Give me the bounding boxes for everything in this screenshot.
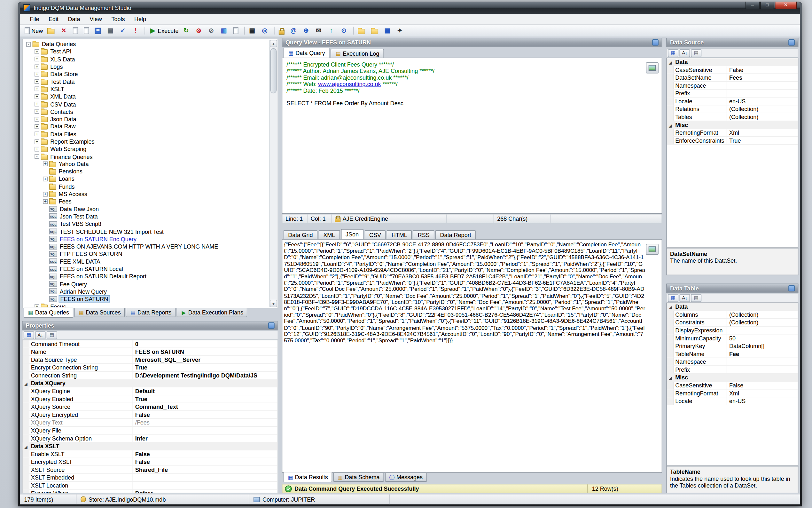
- explorer-tab[interactable]: ▦ Data Queries: [23, 308, 73, 318]
- save-button[interactable]: [93, 26, 104, 36]
- property-row[interactable]: Data XQuery: [22, 379, 278, 387]
- property-value[interactable]: /Fees: [133, 419, 278, 426]
- property-value[interactable]: Xml: [727, 129, 798, 136]
- result-format-tab[interactable]: HTML: [387, 230, 412, 239]
- tree-expander[interactable]: [43, 237, 48, 242]
- tree-item[interactable]: + Json Data: [23, 115, 269, 123]
- tree-item[interactable]: + Report Examples: [23, 138, 269, 145]
- property-row[interactable]: RemotingFormat Xml: [667, 390, 798, 398]
- export-button[interactable]: ▤: [247, 26, 258, 36]
- property-row[interactable]: CaseSensitive False: [667, 382, 798, 390]
- property-value[interactable]: [735, 58, 798, 66]
- property-value[interactable]: DataColumn[]: [727, 342, 798, 350]
- new-button[interactable]: New: [23, 26, 44, 36]
- tree-expander[interactable]: [43, 214, 48, 219]
- result-format-tab[interactable]: JSon: [341, 229, 364, 239]
- property-row[interactable]: Data: [667, 303, 798, 311]
- tree-expander[interactable]: +: [35, 117, 39, 122]
- results-tab[interactable]: ▦ Data Results: [284, 472, 332, 482]
- categorized-button[interactable]: ▦: [668, 294, 678, 302]
- scroll-thumb[interactable]: [271, 48, 277, 93]
- toolbar-separator[interactable]: [274, 27, 275, 35]
- result-format-tab[interactable]: Data Report: [435, 230, 476, 239]
- tree-expander[interactable]: +: [35, 139, 39, 144]
- preview-button[interactable]: ◎: [259, 26, 271, 36]
- property-row[interactable]: MinimumCapacity 50: [667, 334, 798, 342]
- tree-expander[interactable]: [43, 244, 48, 249]
- property-row[interactable]: XSLT Embedded: [22, 474, 278, 482]
- open-button[interactable]: [46, 26, 58, 36]
- property-value[interactable]: Shared_File: [133, 466, 278, 473]
- property-row[interactable]: Locale en-US: [667, 97, 798, 105]
- tree-expander[interactable]: +: [35, 124, 39, 129]
- web-link[interactable]: www.ajeconsulting.co.uk: [318, 81, 381, 87]
- results-tab[interactable]: ⓘ Messages: [385, 473, 427, 482]
- copy-button[interactable]: [71, 26, 81, 36]
- property-row[interactable]: Connection String D:\Development Testing…: [22, 372, 278, 380]
- property-row[interactable]: Misc: [667, 374, 798, 382]
- tree-expander[interactable]: [43, 169, 48, 174]
- property-value[interactable]: [727, 82, 798, 89]
- tree-expander[interactable]: +: [35, 147, 39, 152]
- toolbar-separator[interactable]: [144, 27, 145, 35]
- property-row[interactable]: XSLT Location: [22, 482, 278, 490]
- tree-expander[interactable]: [43, 222, 48, 226]
- folder-sync-button[interactable]: [356, 26, 368, 36]
- tree-expander[interactable]: +: [35, 72, 39, 77]
- tree-item[interactable]: + MS Access: [23, 190, 269, 198]
- property-row[interactable]: Constraints (Collection): [667, 319, 798, 327]
- property-row[interactable]: Tables (Collection): [667, 113, 798, 121]
- menu-item[interactable]: View: [85, 14, 106, 24]
- document-button[interactable]: [232, 26, 241, 36]
- property-row[interactable]: Prefix: [667, 366, 798, 374]
- property-value[interactable]: Infer: [133, 434, 278, 442]
- property-row[interactable]: XQuery Enabled True: [22, 395, 278, 404]
- explorer-tab[interactable]: ▤ Data Reports: [126, 308, 176, 318]
- property-row[interactable]: Prefix: [667, 90, 798, 97]
- property-row[interactable]: Name FEES on SATURN: [22, 348, 278, 356]
- property-value[interactable]: Before: [133, 490, 278, 493]
- tree-item[interactable]: + XLS Data: [23, 55, 269, 63]
- property-row[interactable]: Namespace: [667, 358, 798, 366]
- sql-editor[interactable]: /****** Encrypted Client Fees Query ****…: [282, 57, 662, 214]
- panel-menu-icon[interactable]: [652, 39, 659, 46]
- tree-item[interactable]: FTP FEES ON SATURN: [23, 250, 269, 257]
- property-value[interactable]: en-US: [727, 97, 798, 105]
- lock-button[interactable]: [277, 26, 287, 36]
- property-row[interactable]: Namespace: [667, 82, 798, 90]
- tree-expander[interactable]: [43, 289, 48, 294]
- web-email-button[interactable]: @: [289, 26, 300, 36]
- query-tab[interactable]: ▤ Execution Log: [331, 49, 384, 57]
- tree-expander[interactable]: +: [35, 132, 39, 137]
- tree-expander[interactable]: [43, 282, 48, 286]
- tree-expander[interactable]: [43, 229, 48, 234]
- tree-item[interactable]: + Data Files: [23, 130, 269, 137]
- property-row[interactable]: Relations (Collection): [667, 105, 798, 113]
- results-tab[interactable]: ▥ Data Schema: [333, 473, 384, 482]
- tree-expander[interactable]: +: [35, 109, 39, 114]
- property-row[interactable]: XQuery Schema Option Infer: [22, 434, 278, 442]
- property-value[interactable]: FEES on SATURN: [133, 348, 278, 355]
- property-row[interactable]: XQuery File: [22, 427, 278, 435]
- property-value[interactable]: Microsoft_SQL__Server: [133, 356, 278, 364]
- property-value[interactable]: [133, 482, 278, 489]
- property-row[interactable]: TableName Fee: [667, 350, 798, 358]
- property-row[interactable]: Locale en-US: [667, 397, 798, 405]
- tree-item[interactable]: + Web Scraping: [23, 145, 269, 153]
- tree-expander[interactable]: [43, 207, 48, 211]
- property-row[interactable]: Execute When Before: [22, 490, 278, 493]
- alert-button[interactable]: !: [131, 26, 142, 36]
- tree-item[interactable]: + CSV Data: [23, 100, 269, 108]
- property-row[interactable]: Data Source Type Microsoft_SQL__Server: [22, 356, 278, 364]
- property-row[interactable]: CaseSensitive False: [667, 66, 798, 74]
- tree-expander[interactable]: [43, 297, 48, 301]
- menu-item[interactable]: File: [25, 14, 44, 24]
- panel-menu-icon[interactable]: [789, 285, 795, 291]
- property-row[interactable]: EnforceConstraints True: [667, 137, 798, 145]
- menu-item[interactable]: Edit: [44, 14, 63, 24]
- tree-expander[interactable]: +: [35, 94, 39, 99]
- refresh-button[interactable]: ↻: [181, 26, 193, 36]
- tree-item[interactable]: Funds: [23, 183, 269, 190]
- tree-scrollbar[interactable]: [269, 40, 277, 307]
- tree-item[interactable]: + Contacts: [23, 108, 269, 115]
